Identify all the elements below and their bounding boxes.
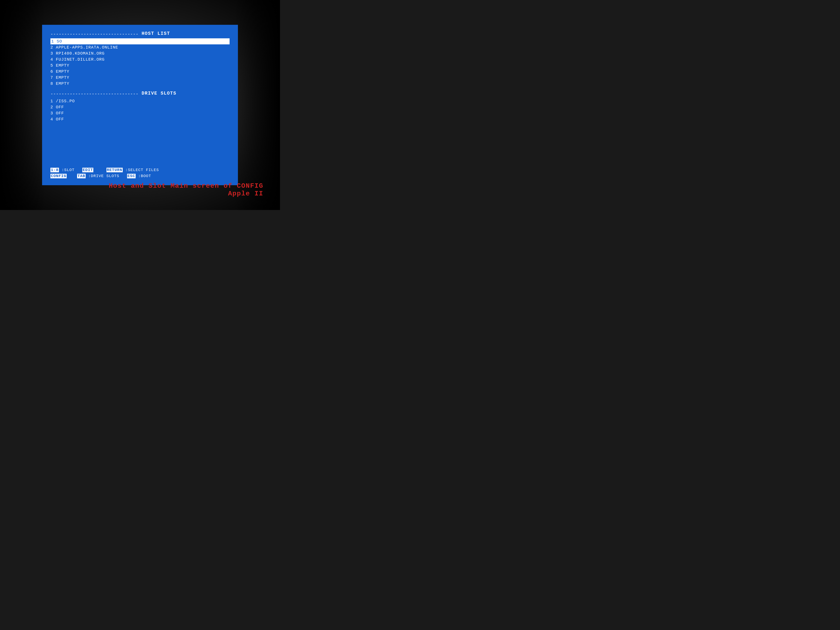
- caption: Host and Slot Main screen of CONFIG Appl…: [109, 182, 263, 197]
- host-item-6[interactable]: 6 EMPTY: [51, 68, 230, 74]
- drive-slot-1[interactable]: 1 /ISS.PO: [51, 98, 230, 104]
- host-item-1[interactable]: 1 SO: [51, 38, 230, 44]
- drive-slots-list: 1 /ISS.PO 2 OFF 3 OFF 4 OFF: [51, 98, 230, 122]
- host-list-header: -------------------------------- HOST LI…: [51, 31, 230, 38]
- key-drive-slots-label: :DRIVE SLOTS: [88, 174, 125, 178]
- host-item-2[interactable]: 2 APPLE-APPS.IRATA.ONLINE: [51, 44, 230, 51]
- drive-slots-label: DRIVE SLOTS: [138, 91, 176, 96]
- drive-slot-4[interactable]: 4 OFF: [51, 116, 230, 122]
- key-1-8: 1-8: [51, 168, 59, 172]
- key-tab: TAB: [77, 174, 85, 178]
- key-slot-label: :SLOT: [62, 168, 80, 172]
- caption-line1: Host and Slot Main screen of CONFIG: [109, 182, 263, 190]
- host-item-4[interactable]: 4 FUJINET.DILLER.ORG: [51, 57, 230, 63]
- drive-slot-2[interactable]: 2 OFF: [51, 104, 230, 110]
- drive-slot-3[interactable]: 3 OFF: [51, 110, 230, 116]
- main-screen: -------------------------------- HOST LI…: [42, 25, 238, 185]
- host-item-3[interactable]: 3 RPI400.KDOMAIN.ORG: [51, 51, 230, 57]
- key-hints: 1-8 :SLOT EDIT RETURN :SELECT FILES CONF…: [51, 165, 230, 179]
- host-list-dashes: --------------------------------: [51, 32, 138, 37]
- key-edit: EDIT: [82, 168, 93, 172]
- key-boot-label: :BOOT: [138, 174, 151, 178]
- host-item-5[interactable]: 5 EMPTY: [51, 63, 230, 68]
- key-select-files-label: :SELECT FILES: [125, 168, 159, 172]
- host-item-8[interactable]: 8 EMPTY: [51, 81, 230, 87]
- host-item-7[interactable]: 7 EMPTY: [51, 74, 230, 81]
- host-list-label: HOST LIST: [138, 31, 170, 36]
- key-return: RETURN: [106, 168, 123, 172]
- key-hints-line2: CONFIG TAB :DRIVE SLOTS ESC :BOOT: [51, 173, 230, 179]
- drive-slots-dashes: --------------------------------: [51, 92, 138, 97]
- drive-slots-header: -------------------------------- DRIVE S…: [51, 91, 230, 97]
- key-hints-line1: 1-8 :SLOT EDIT RETURN :SELECT FILES: [51, 167, 230, 173]
- caption-line2: Apple II: [109, 190, 263, 197]
- host-list: 1 SO 2 APPLE-APPS.IRATA.ONLINE 3 RPI400.…: [51, 38, 230, 87]
- key-esc: ESC: [127, 174, 136, 178]
- key-config: CONFIG: [51, 174, 67, 178]
